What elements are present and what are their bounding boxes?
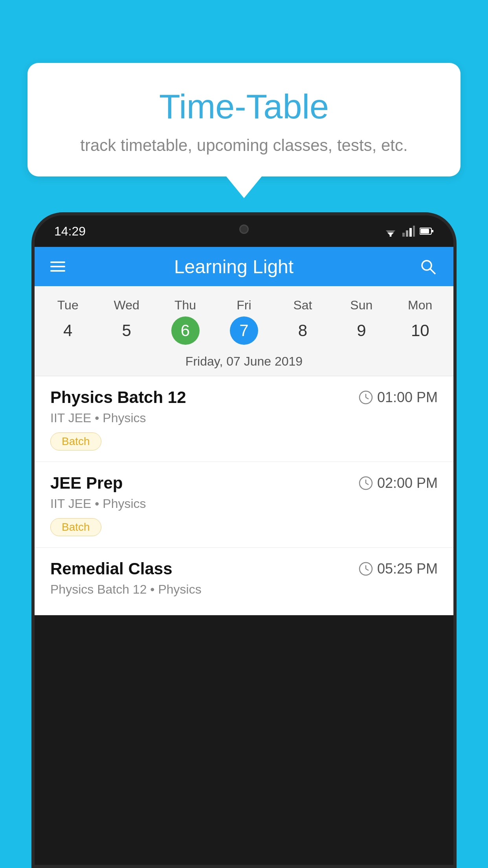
schedule-name: Remedial Class: [50, 559, 172, 578]
schedule-subtitle: IIT JEE • Physics: [50, 497, 438, 511]
schedule-name: Physics Batch 12: [50, 388, 186, 407]
schedule-item-top: Physics Batch 12 01:00 PM: [50, 388, 438, 407]
batch-badge: Batch: [50, 518, 101, 536]
batch-badge: Batch: [50, 432, 101, 451]
schedule-time-text: 01:00 PM: [377, 389, 438, 406]
day-number[interactable]: 5: [112, 316, 141, 345]
day-number[interactable]: 6: [171, 316, 200, 345]
schedule-name: JEE Prep: [50, 474, 123, 493]
schedule-time: 01:00 PM: [358, 389, 438, 406]
day-number[interactable]: 10: [406, 316, 434, 345]
day-number[interactable]: 7: [230, 316, 258, 345]
clock-icon: [358, 561, 373, 576]
days-row: Tue4Wed5Thu6Fri7Sat8Sun9Mon10: [35, 294, 453, 349]
wifi-icon: [383, 226, 398, 237]
day-col-sun[interactable]: Sun9: [347, 298, 376, 345]
phone-frame: 14:29: [31, 212, 457, 868]
day-name: Thu: [174, 298, 196, 313]
day-col-thu[interactable]: Thu6: [171, 298, 200, 345]
day-name: Sun: [350, 298, 372, 313]
svg-rect-4: [406, 230, 408, 237]
day-col-mon[interactable]: Mon10: [406, 298, 434, 345]
phone-wrapper: 14:29: [31, 212, 457, 868]
search-icon: [419, 258, 437, 275]
schedule-item-top: JEE Prep 02:00 PM: [50, 474, 438, 493]
schedule-time-text: 02:00 PM: [377, 475, 438, 491]
schedule-item[interactable]: Physics Batch 12 01:00 PMIIT JEE • Physi…: [35, 376, 453, 462]
selected-date-label: Friday, 07 June 2019: [35, 349, 453, 376]
calendar-section: Tue4Wed5Thu6Fri7Sat8Sun9Mon10 Friday, 07…: [35, 286, 453, 376]
day-number[interactable]: 8: [288, 316, 317, 345]
clock-icon: [358, 390, 373, 405]
svg-line-14: [366, 397, 369, 399]
schedule-time-text: 05:25 PM: [377, 561, 438, 577]
speech-bubble: Time-Table track timetable, upcoming cla…: [28, 63, 460, 177]
speech-bubble-title: Time-Table: [59, 86, 429, 127]
signal-icon: [402, 226, 415, 237]
svg-rect-6: [413, 226, 415, 237]
app-header: Learning Light: [35, 247, 453, 286]
app-title: Learning Light: [50, 256, 418, 278]
day-col-tue[interactable]: Tue4: [54, 298, 82, 345]
svg-rect-3: [402, 233, 405, 237]
schedule-item[interactable]: JEE Prep 02:00 PMIIT JEE • PhysicsBatch: [35, 462, 453, 548]
camera-dot: [239, 224, 249, 234]
svg-rect-9: [432, 230, 433, 232]
svg-rect-8: [420, 229, 429, 234]
svg-point-10: [422, 261, 431, 270]
search-button[interactable]: [418, 257, 438, 276]
schedule-item[interactable]: Remedial Class 05:25 PMPhysics Batch 12 …: [35, 548, 453, 615]
schedule-subtitle: IIT JEE • Physics: [50, 411, 438, 425]
schedule-list: Physics Batch 12 01:00 PMIIT JEE • Physi…: [35, 376, 453, 615]
phone-notch: [209, 215, 279, 243]
day-name: Mon: [408, 298, 432, 313]
day-col-sat[interactable]: Sat8: [288, 298, 317, 345]
day-col-fri[interactable]: Fri7: [230, 298, 258, 345]
status-icons: [383, 226, 434, 237]
day-name: Sat: [293, 298, 312, 313]
schedule-subtitle: Physics Batch 12 • Physics: [50, 582, 438, 597]
battery-icon: [420, 226, 434, 237]
schedule-time: 05:25 PM: [358, 561, 438, 577]
speech-bubble-arrow: [226, 177, 262, 198]
speech-bubble-wrapper: Time-Table track timetable, upcoming cla…: [28, 63, 460, 198]
day-name: Wed: [114, 298, 139, 313]
day-number[interactable]: 4: [54, 316, 82, 345]
speech-bubble-subtitle: track timetable, upcoming classes, tests…: [59, 136, 429, 155]
schedule-time: 02:00 PM: [358, 475, 438, 491]
svg-rect-5: [409, 228, 412, 237]
status-bar: 14:29: [35, 215, 453, 247]
svg-line-20: [366, 569, 369, 570]
clock-icon: [358, 476, 373, 491]
day-col-wed[interactable]: Wed5: [112, 298, 141, 345]
day-name: Tue: [57, 298, 79, 313]
svg-line-11: [430, 269, 435, 274]
day-number[interactable]: 9: [347, 316, 376, 345]
day-name: Fri: [237, 298, 251, 313]
svg-line-17: [366, 483, 369, 485]
status-time: 14:29: [54, 224, 86, 239]
schedule-item-top: Remedial Class 05:25 PM: [50, 559, 438, 578]
